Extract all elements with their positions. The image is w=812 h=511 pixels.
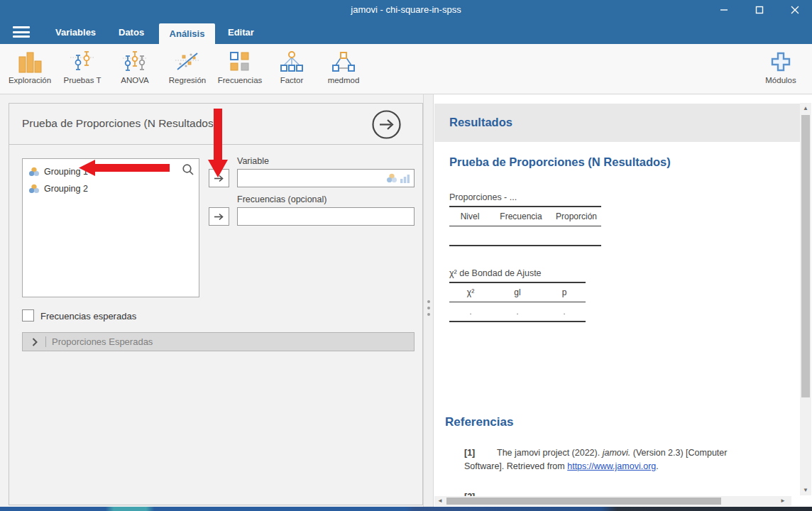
maximize-icon xyxy=(755,6,764,14)
jamovi-window: jamovi - chi-square-in-spss Variables Da… xyxy=(0,0,812,511)
titlebar: jamovi - chi-square-in-spss xyxy=(0,0,812,20)
tab-variables[interactable]: Variables xyxy=(45,20,106,44)
factor-icon xyxy=(279,50,304,74)
ribbon-modulos[interactable]: Módulos xyxy=(755,50,807,91)
window-title: jamovi - chi-square-in-spss xyxy=(0,4,812,15)
list-item-grouping-2[interactable]: Grouping 2 xyxy=(23,180,199,197)
table-row xyxy=(449,226,601,246)
variable-field[interactable] xyxy=(237,169,415,187)
vertical-scrollbar-thumb[interactable] xyxy=(801,115,810,397)
hamburger-menu-icon[interactable] xyxy=(13,26,30,38)
jamovi-org-link[interactable]: https://www.jamovi.org xyxy=(567,461,656,471)
minimize-icon xyxy=(720,6,728,14)
ribbon-medmod[interactable]: medmod xyxy=(317,50,370,91)
table-row: . . . xyxy=(449,302,586,322)
expected-frequencies-label: Frecuencias esperadas xyxy=(40,311,136,322)
bar-chart-icon xyxy=(17,50,43,74)
ribbon-exploracion[interactable]: Exploración xyxy=(4,50,56,91)
table-title: χ² de Bondad de Ajuste xyxy=(449,268,586,282)
chi-square-table: χ² de Bondad de Ajuste χ² gl p . . . xyxy=(449,268,586,322)
results-header: Resultados xyxy=(449,116,512,129)
plus-icon xyxy=(770,50,791,74)
analysis-title: Prueba de Proporciones (N Resultados) xyxy=(22,117,217,130)
ribbon-frecuencias[interactable]: Frecuencias xyxy=(214,50,266,91)
red-arrow-left-annotation xyxy=(78,159,170,177)
tab-analisis[interactable]: Análisis xyxy=(159,23,215,44)
splitter-grip-icon xyxy=(427,300,430,316)
transfer-frequencies-button[interactable] xyxy=(209,207,229,226)
run-analysis-button[interactable] xyxy=(371,109,402,141)
variable-field-label: Variable xyxy=(237,156,269,166)
frequencies-icon xyxy=(229,50,251,74)
column-header: χ² xyxy=(449,282,492,302)
horizontal-scrollbar-thumb[interactable] xyxy=(446,498,721,505)
analysis-ribbon: Exploración Pruebas T ANO xyxy=(0,44,812,94)
results-analysis-title: Prueba de Proporciones (N Resultados) xyxy=(449,155,671,169)
table-title: Proporciones - ... xyxy=(449,192,601,206)
column-header: p xyxy=(543,282,586,302)
ribbon-factor[interactable]: Factor xyxy=(265,50,318,91)
search-icon[interactable] xyxy=(182,163,194,179)
red-arrow-down-annotation xyxy=(207,109,229,178)
results-vertical-scrollbar[interactable]: ▲ ▼ xyxy=(800,103,811,495)
column-header: Proporción xyxy=(552,207,601,226)
chevron-right-icon xyxy=(31,337,38,347)
regression-icon xyxy=(175,50,200,74)
results-horizontal-scrollbar[interactable]: ◄ ► xyxy=(434,496,791,506)
column-header: Nivel xyxy=(449,207,490,226)
results-panel: Resultados Prueba de Proporciones (N Res… xyxy=(434,94,812,507)
variable-supplier-list[interactable]: Grouping 1 Grouping 2 xyxy=(22,158,199,297)
expected-frequencies-checkbox[interactable] xyxy=(22,309,34,322)
ribbon-anova[interactable]: ANOVA xyxy=(109,50,161,91)
tab-editar[interactable]: Editar xyxy=(218,20,264,44)
scroll-left-icon[interactable]: ◄ xyxy=(437,498,443,504)
anova-icon xyxy=(122,50,148,74)
reference-item-1: [1] The jamovi project (2022). jamovi. (… xyxy=(464,446,769,473)
references-heading: Referencias xyxy=(445,415,513,429)
nominal-variable-icon xyxy=(386,173,397,183)
reference-number: [1] xyxy=(464,446,481,460)
scroll-down-icon[interactable]: ▼ xyxy=(800,487,811,493)
minimize-button[interactable] xyxy=(708,0,740,20)
continuous-variable-icon xyxy=(400,174,410,183)
scroll-up-icon[interactable]: ▲ xyxy=(800,105,811,111)
circle-arrow-right-icon xyxy=(371,109,402,141)
results-header-band: Resultados xyxy=(434,104,800,142)
ribbon-pruebas-t[interactable]: Pruebas T xyxy=(56,50,109,91)
panel-splitter[interactable] xyxy=(423,94,434,507)
nominal-variable-icon xyxy=(28,184,40,194)
scroll-right-icon[interactable]: ► xyxy=(780,498,786,504)
nominal-variable-icon xyxy=(28,167,40,177)
frequencies-field[interactable] xyxy=(237,207,415,226)
column-header: Frecuencia xyxy=(490,207,552,226)
ribbon-regresion[interactable]: Regresión xyxy=(161,50,214,91)
expected-proportions-section[interactable]: Proporciones Esperadas xyxy=(22,332,415,351)
maximize-button[interactable] xyxy=(743,0,776,20)
tabbar: Variables Datos Análisis Editar xyxy=(0,20,812,44)
column-header: gl xyxy=(492,282,543,302)
taskbar-sliver xyxy=(0,507,812,511)
arrow-right-icon xyxy=(214,213,224,221)
section-label: Proporciones Esperadas xyxy=(52,336,153,347)
proportions-table: Proporciones - ... Nivel Frecuencia Prop… xyxy=(449,192,601,246)
close-button[interactable] xyxy=(777,0,812,20)
close-icon xyxy=(791,6,799,14)
frequencies-field-label: Frecuencias (opcional) xyxy=(237,194,327,204)
medmod-icon xyxy=(331,50,356,74)
tab-datos[interactable]: Datos xyxy=(109,20,154,44)
variable-name: Grouping 2 xyxy=(44,184,88,194)
t-test-icon xyxy=(70,50,95,74)
